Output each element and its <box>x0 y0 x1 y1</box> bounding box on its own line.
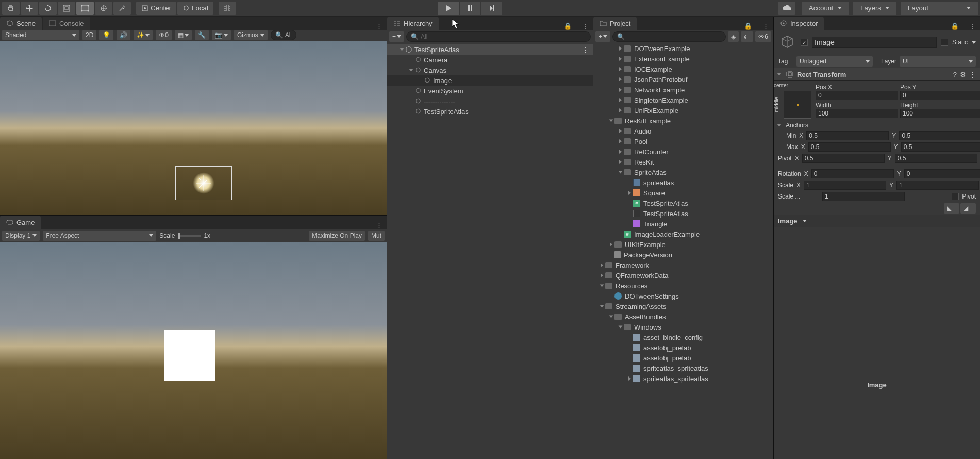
foldout-icon[interactable] <box>619 67 622 71</box>
cloud-button[interactable] <box>778 2 795 15</box>
project-item[interactable]: #ImageLoaderExample <box>593 229 773 239</box>
foldout-icon[interactable] <box>600 285 604 287</box>
copy-btn[interactable]: ◣ <box>944 203 959 214</box>
layers-dropdown[interactable]: Layers <box>853 2 896 15</box>
fx-toggle[interactable]: ✨ <box>134 30 153 40</box>
2d-toggle[interactable]: 2D <box>82 30 96 40</box>
pivot-local-button[interactable]: Local <box>177 2 213 15</box>
hidden-packages[interactable]: 👁6 <box>755 31 771 42</box>
foldout-icon[interactable] <box>619 326 623 329</box>
pause-button[interactable] <box>460 2 480 15</box>
project-item[interactable]: Framework <box>593 260 773 270</box>
project-item[interactable]: assetobj_prefab <box>593 342 773 353</box>
project-item[interactable]: ResKit <box>593 157 773 167</box>
tab-console[interactable]: Console <box>43 17 90 30</box>
foldout-icon[interactable] <box>628 191 631 195</box>
tab-hierarchy[interactable]: Hierarchy <box>387 17 439 30</box>
height-field[interactable] <box>900 109 980 118</box>
tools-toggle[interactable]: 🔧 <box>195 30 209 40</box>
hierarchy-item[interactable]: TestSpriteAtlas⋮ <box>387 44 593 55</box>
gizmos-dropdown[interactable]: Gizmos <box>234 30 268 40</box>
foldout-icon[interactable] <box>619 150 622 154</box>
active-checkbox[interactable]: ✓ <box>801 39 808 46</box>
foldout-icon[interactable] <box>609 120 613 122</box>
project-item[interactable]: QFrameworkData <box>593 270 773 281</box>
scale-slider[interactable] <box>178 235 201 237</box>
hidden-objects[interactable]: 👁0 <box>156 30 172 40</box>
play-button[interactable] <box>438 2 459 15</box>
foldout-icon[interactable] <box>610 242 612 247</box>
width-field[interactable] <box>816 109 898 118</box>
scale-extra-field[interactable] <box>822 192 905 201</box>
filter-by-type[interactable]: ◈ <box>728 31 739 42</box>
camera-toggle[interactable]: 📷 <box>212 30 231 40</box>
min-x-field[interactable] <box>806 131 889 140</box>
aspect-dropdown[interactable]: Free Aspect <box>43 231 156 241</box>
project-create-dropdown[interactable]: + <box>595 31 610 42</box>
project-item[interactable]: DOTweenExample <box>593 43 773 54</box>
anchor-preset-button[interactable] <box>784 91 811 119</box>
project-item[interactable]: PackageVersion <box>593 250 773 260</box>
foldout-icon[interactable] <box>628 376 631 381</box>
project-item[interactable]: Square <box>593 188 773 198</box>
project-context-menu[interactable]: ⋮ <box>758 22 773 30</box>
rect-transform-header[interactable]: Rect Transform ? ⚙ ⋮ <box>774 68 980 81</box>
hierarchy-item[interactable]: -------------- <box>387 96 593 106</box>
project-item[interactable]: SingletonExample <box>593 95 773 105</box>
foldout-icon[interactable] <box>601 263 603 267</box>
hierarchy-item[interactable]: Camera <box>387 55 593 65</box>
audio-toggle[interactable]: 🔊 <box>117 30 130 40</box>
posy-field[interactable] <box>900 91 980 100</box>
hierarchy-lock[interactable]: 🔒 <box>559 22 576 30</box>
project-item[interactable]: TestSpriteAtlas <box>593 208 773 219</box>
project-item[interactable]: #TestSpriteAtlas <box>593 198 773 208</box>
project-item[interactable]: spriteatlas <box>593 177 773 188</box>
foldout-icon[interactable] <box>600 305 604 308</box>
project-item[interactable]: UniRxExample <box>593 105 773 116</box>
grid-toggle[interactable]: ▦ <box>175 30 192 40</box>
foldout-icon[interactable] <box>619 77 622 81</box>
project-item[interactable]: spriteatlas_spriteatlas <box>593 363 773 373</box>
paste-btn[interactable]: ◢ <box>960 203 976 214</box>
game-context-menu[interactable]: ⋮ <box>372 221 387 229</box>
display-dropdown[interactable]: Display 1 <box>2 231 40 241</box>
max-y-field[interactable] <box>901 142 980 152</box>
tab-project[interactable]: Project <box>593 17 637 30</box>
scale-tool[interactable] <box>58 2 75 15</box>
foldout-icon[interactable] <box>409 69 413 72</box>
project-item[interactable]: Resources <box>593 281 773 291</box>
component-menu-icon[interactable]: ⋮ <box>969 71 976 78</box>
foldout-icon[interactable] <box>619 57 622 61</box>
scene-context-menu[interactable]: ⋮ <box>372 22 387 30</box>
tab-scene[interactable]: Scene <box>0 17 42 30</box>
transform-tool[interactable] <box>95 2 112 15</box>
custom-tool[interactable] <box>113 2 131 15</box>
foldout-icon[interactable] <box>619 108 622 112</box>
hierarchy-search[interactable]: 🔍All <box>406 31 591 42</box>
pivot-checkbox[interactable] <box>952 193 959 200</box>
inspector-lock[interactable]: 🔒 <box>946 22 963 30</box>
pivot-center-button[interactable]: Center <box>136 2 176 15</box>
game-view[interactable] <box>0 242 387 459</box>
foldout-icon[interactable] <box>619 98 622 102</box>
project-item[interactable]: UIKitExample <box>593 239 773 250</box>
rotate-tool[interactable] <box>39 2 57 15</box>
gameobject-name-field[interactable] <box>812 37 937 48</box>
step-button[interactable] <box>481 2 502 15</box>
scene-view[interactable] <box>0 41 387 215</box>
max-x-field[interactable] <box>808 142 891 152</box>
project-item[interactable]: IOCExample <box>593 64 773 74</box>
tag-dropdown[interactable]: Untagged <box>796 56 873 67</box>
preset-icon[interactable]: ⚙ <box>960 71 966 78</box>
static-checkbox[interactable] <box>941 39 948 46</box>
rot-y-field[interactable] <box>904 169 980 178</box>
hierarchy-item[interactable]: EventSystem <box>387 86 593 96</box>
min-y-field[interactable] <box>899 131 980 140</box>
project-item[interactable]: AssetBundles <box>593 312 773 322</box>
project-item[interactable]: Windows <box>593 322 773 332</box>
project-item[interactable]: Triangle <box>593 219 773 229</box>
hierarchy-item[interactable]: Image <box>387 75 593 86</box>
project-item[interactable]: SpriteAtlas <box>593 167 773 177</box>
tab-game[interactable]: Game <box>0 216 41 229</box>
pivot-y-field[interactable] <box>895 154 977 163</box>
